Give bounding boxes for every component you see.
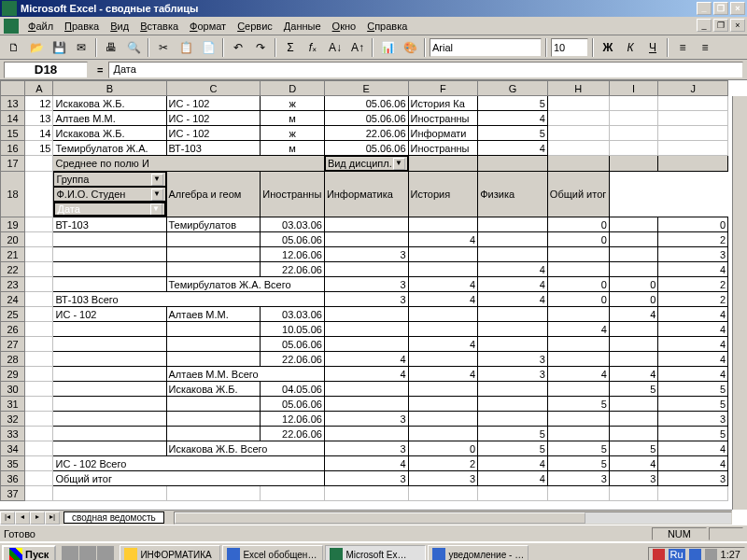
cell[interactable]: 04.05.06 — [261, 382, 325, 397]
cell[interactable] — [408, 322, 478, 337]
cell[interactable]: Искакова Ж.Б. — [166, 382, 261, 397]
cell[interactable]: 4 — [408, 277, 478, 292]
cell[interactable] — [25, 277, 53, 292]
dropdown-icon[interactable]: ▼ — [151, 189, 163, 201]
col-header-I[interactable]: I — [609, 81, 657, 96]
cell[interactable] — [478, 307, 548, 322]
cell[interactable]: 4 — [609, 367, 657, 382]
copy-button[interactable]: 📋 — [176, 37, 196, 58]
cell[interactable]: История Ка — [408, 96, 478, 111]
cell[interactable] — [25, 456, 53, 471]
cell[interactable]: 3 — [658, 471, 728, 486]
row-header-17[interactable]: 17 — [1, 156, 25, 172]
cell[interactable]: 4 — [658, 456, 728, 471]
underline-button[interactable]: Ч — [642, 37, 663, 58]
row-header-30[interactable]: 30 — [1, 382, 25, 397]
cell[interactable] — [166, 232, 261, 247]
cell[interactable]: 3 — [478, 367, 548, 382]
cell[interactable] — [25, 322, 53, 337]
cell[interactable] — [53, 277, 166, 292]
task-button[interactable]: уведомление - … — [428, 545, 529, 560]
cell[interactable]: Темирбулатов Ж.А. — [53, 141, 166, 156]
cell[interactable] — [324, 217, 408, 232]
sort-desc-button[interactable]: A↑ — [347, 37, 368, 58]
cell[interactable] — [408, 262, 478, 277]
cell[interactable]: 10.05.06 — [261, 322, 325, 337]
cell[interactable]: 4 — [478, 292, 548, 307]
cell[interactable]: 4 — [408, 367, 478, 382]
col-header-A[interactable]: A — [25, 81, 53, 96]
cell[interactable] — [53, 441, 166, 456]
cell[interactable]: Дата▼ — [53, 202, 165, 217]
dropdown-icon[interactable]: ▼ — [151, 174, 163, 186]
name-box[interactable] — [4, 62, 88, 78]
cell[interactable]: 4 — [408, 337, 478, 352]
cell[interactable] — [25, 352, 53, 367]
menu-Сервис[interactable]: Сервис — [232, 19, 278, 34]
cell[interactable]: Иностранны — [261, 172, 325, 217]
menu-Файл[interactable]: Файл — [22, 19, 59, 34]
vertical-scrollbar[interactable] — [732, 96, 747, 510]
cell[interactable]: 5 — [658, 427, 728, 441]
cell[interactable] — [25, 292, 53, 307]
cell[interactable] — [166, 412, 261, 427]
cell[interactable]: Информати — [408, 126, 478, 141]
cell[interactable]: 0 — [408, 441, 478, 456]
cell[interactable]: Искакова Ж.Б. — [53, 96, 166, 111]
cell[interactable] — [25, 156, 53, 172]
cell[interactable]: 4 — [478, 111, 548, 126]
task-button[interactable]: ИНФОРМАТИКА — [120, 545, 220, 560]
cell[interactable] — [547, 247, 609, 262]
cell[interactable] — [478, 247, 548, 262]
row-header-13[interactable]: 13 — [1, 96, 25, 111]
cell[interactable]: 5 — [478, 441, 548, 456]
task-button[interactable]: Excel обобщен… — [222, 545, 323, 560]
cell[interactable] — [53, 397, 166, 412]
cell[interactable]: Алтаев М.М. — [166, 307, 261, 322]
maximize-button[interactable]: ❐ — [713, 2, 728, 15]
cell[interactable] — [53, 412, 166, 427]
row-header-18[interactable]: 18 — [1, 172, 25, 217]
cell[interactable] — [547, 412, 609, 427]
cell[interactable]: 05.06.06 — [324, 141, 408, 156]
cell[interactable] — [478, 322, 548, 337]
cell[interactable] — [658, 486, 728, 501]
cell[interactable] — [408, 412, 478, 427]
cell[interactable]: История — [408, 172, 478, 217]
cell[interactable]: 2 — [408, 456, 478, 471]
menu-Окно[interactable]: Окно — [327, 19, 362, 34]
cell[interactable]: 14 — [25, 126, 53, 141]
cell[interactable]: 3 — [658, 412, 728, 427]
cell[interactable] — [547, 126, 609, 141]
cell[interactable] — [609, 96, 657, 111]
cell[interactable]: 22.06.06 — [261, 427, 325, 441]
cell[interactable] — [53, 262, 166, 277]
cell[interactable]: 4 — [658, 307, 728, 322]
cell[interactable] — [25, 307, 53, 322]
cell[interactable]: 12.06.06 — [261, 412, 325, 427]
print-button[interactable]: 🖶 — [101, 37, 121, 58]
cell[interactable] — [25, 427, 53, 441]
cell[interactable]: Общий итог — [53, 471, 324, 486]
cell[interactable] — [53, 322, 166, 337]
mdi-close[interactable]: × — [730, 19, 745, 32]
cell[interactable]: 5 — [478, 126, 548, 141]
close-button[interactable]: × — [730, 2, 745, 15]
cell[interactable]: 03.03.06 — [261, 217, 325, 232]
cell[interactable] — [166, 322, 261, 337]
cell[interactable] — [324, 382, 408, 397]
fx-button[interactable]: fₓ — [303, 37, 323, 58]
cell[interactable]: 3 — [324, 412, 408, 427]
row-header-24[interactable]: 24 — [1, 292, 25, 307]
cell[interactable] — [25, 337, 53, 352]
cell[interactable]: 12 — [25, 96, 53, 111]
tab-prev[interactable]: ◂ — [15, 511, 30, 525]
cell[interactable] — [53, 367, 166, 382]
mdi-restore[interactable]: ❐ — [713, 19, 728, 32]
cell[interactable]: 3 — [609, 471, 657, 486]
cell[interactable]: 3 — [324, 471, 408, 486]
cell[interactable]: 4 — [324, 367, 408, 382]
menu-Правка[interactable]: Правка — [59, 19, 105, 34]
dropdown-icon[interactable]: ▼ — [393, 158, 405, 170]
cell[interactable] — [25, 247, 53, 262]
